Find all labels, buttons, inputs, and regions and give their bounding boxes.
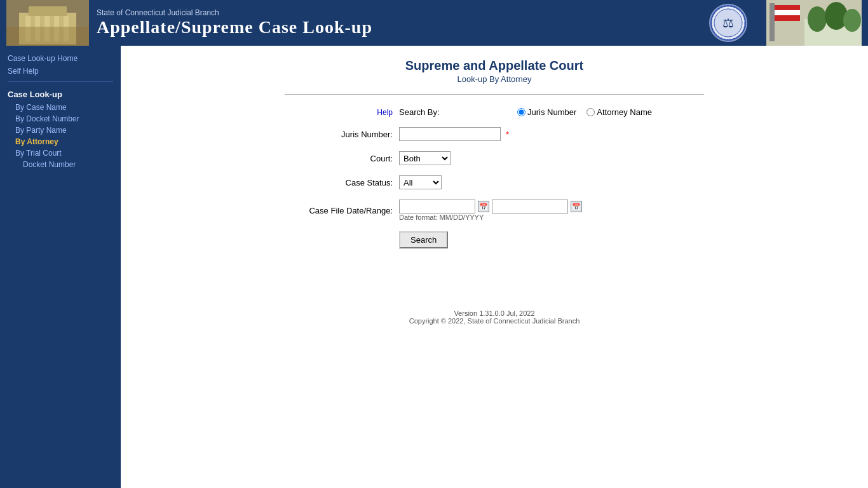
date-hint: Date format: MM/DD/YYYY bbox=[399, 214, 582, 221]
case-status-label: Case Status: bbox=[285, 178, 399, 187]
header-left-image bbox=[6, 0, 89, 46]
court-select[interactable]: Both Supreme Appellate bbox=[399, 151, 451, 165]
date-range-row: Case File Date/Range: 📅 📅 Date format: M… bbox=[285, 200, 704, 221]
svg-rect-13 bbox=[747, 0, 766, 46]
attorney-name-radio-label[interactable]: Attorney Name bbox=[587, 107, 652, 117]
title-divider bbox=[285, 94, 704, 95]
svg-rect-17 bbox=[775, 10, 800, 15]
footer-copyright: Copyright © 2022, State of Connecticut J… bbox=[133, 317, 855, 325]
date-inputs: 📅 📅 bbox=[399, 200, 582, 214]
date-range-controls: 📅 📅 Date format: MM/DD/YYYY bbox=[399, 200, 582, 221]
sidebar-item-docket-number[interactable]: Docket Number bbox=[0, 159, 121, 170]
svg-rect-3 bbox=[25, 16, 31, 41]
attorney-name-radio-text: Attorney Name bbox=[597, 107, 652, 117]
header-right-image bbox=[747, 0, 862, 46]
sidebar-item-by-docket-number[interactable]: By Docket Number bbox=[0, 113, 121, 125]
case-status-controls: All Open Closed bbox=[399, 175, 442, 189]
header-seal: ⚖ bbox=[709, 4, 747, 42]
sidebar-item-case-lookup-home[interactable]: Case Look-up Home bbox=[0, 52, 121, 65]
sidebar-item-by-trial-court[interactable]: By Trial Court bbox=[0, 147, 121, 159]
main-content: Supreme and Appellate Court Look-up By A… bbox=[121, 46, 868, 488]
sidebar-item-by-attorney[interactable]: By Attorney bbox=[0, 136, 121, 147]
court-label: Court: bbox=[285, 154, 399, 163]
help-cell: Help bbox=[285, 107, 399, 117]
svg-point-22 bbox=[843, 9, 861, 32]
sidebar-item-by-party-name[interactable]: By Party Name bbox=[0, 125, 121, 136]
page-title: Supreme and Appellate Court bbox=[285, 58, 704, 73]
sidebar-item-self-help[interactable]: Self Help bbox=[0, 65, 121, 78]
date-from-input[interactable] bbox=[399, 200, 475, 214]
header-subtitle: State of Connecticut Judicial Branch bbox=[97, 8, 702, 17]
case-status-row: Case Status: All Open Closed bbox=[285, 175, 704, 189]
svg-rect-7 bbox=[64, 16, 69, 41]
page-header: State of Connecticut Judicial Branch App… bbox=[0, 0, 868, 46]
svg-rect-18 bbox=[775, 15, 800, 20]
case-status-select[interactable]: All Open Closed bbox=[399, 175, 442, 189]
sidebar-divider bbox=[8, 81, 113, 82]
required-star: * bbox=[506, 130, 509, 139]
svg-rect-16 bbox=[775, 5, 800, 10]
juris-number-radio[interactable] bbox=[517, 108, 526, 116]
search-by-label: Search By: bbox=[399, 107, 513, 117]
svg-rect-4 bbox=[35, 16, 40, 41]
svg-text:⚖: ⚖ bbox=[722, 16, 734, 30]
sidebar: Case Look-up Home Self Help Case Look-up… bbox=[0, 46, 121, 488]
date-to-input[interactable] bbox=[492, 200, 568, 214]
svg-rect-5 bbox=[44, 16, 50, 41]
court-controls: Both Supreme Appellate bbox=[399, 151, 451, 165]
court-row: Court: Both Supreme Appellate bbox=[285, 151, 704, 165]
search-button-row: Search bbox=[285, 231, 704, 248]
date-range-label: Case File Date/Range: bbox=[285, 206, 399, 215]
attorney-name-radio[interactable] bbox=[587, 108, 595, 116]
header-title: Appellate/Supreme Case Look-up bbox=[97, 17, 702, 37]
date-from-calendar-icon[interactable]: 📅 bbox=[478, 201, 489, 212]
search-button-area: Search bbox=[399, 231, 448, 248]
search-button[interactable]: Search bbox=[399, 231, 448, 248]
svg-rect-2 bbox=[29, 6, 67, 16]
search-by-controls: Search By: Juris Number Attorney Name bbox=[399, 107, 658, 117]
svg-rect-14 bbox=[770, 3, 775, 41]
svg-point-20 bbox=[808, 6, 827, 32]
header-title-block: State of Connecticut Judicial Branch App… bbox=[89, 6, 709, 40]
juris-number-radio-text: Juris Number bbox=[527, 107, 576, 117]
sidebar-item-by-case-name[interactable]: By Case Name bbox=[0, 102, 121, 113]
page-layout: Case Look-up Home Self Help Case Look-up… bbox=[0, 46, 868, 488]
date-to-calendar-icon[interactable]: 📅 bbox=[571, 201, 582, 212]
search-by-row: Help Search By: Juris Number Attorney Na… bbox=[285, 107, 704, 117]
help-link[interactable]: Help bbox=[377, 108, 393, 117]
svg-rect-6 bbox=[54, 16, 59, 41]
page-footer: Version 1.31.0.0 Jul, 2022 Copyright © 2… bbox=[121, 297, 868, 337]
juris-number-radio-label[interactable]: Juris Number bbox=[517, 107, 576, 117]
sidebar-section-title: Case Look-up bbox=[0, 86, 121, 102]
juris-number-controls: * bbox=[399, 127, 509, 141]
juris-number-label: Juris Number: bbox=[285, 130, 399, 139]
juris-number-input[interactable] bbox=[399, 127, 501, 141]
footer-version: Version 1.31.0.0 Jul, 2022 bbox=[133, 309, 855, 317]
juris-number-row: Juris Number: * bbox=[285, 127, 704, 141]
main-inner: Supreme and Appellate Court Look-up By A… bbox=[272, 46, 717, 271]
page-subtitle: Look-up By Attorney bbox=[285, 74, 704, 84]
